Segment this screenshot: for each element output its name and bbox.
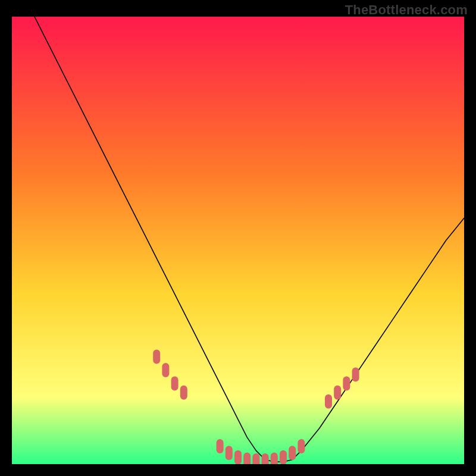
chart-frame: TheBottleneck.com — [0, 0, 476, 476]
highlight-dot — [298, 439, 305, 453]
highlight-dot — [334, 386, 341, 400]
highlight-dot — [343, 377, 350, 391]
plot-svg — [12, 17, 464, 464]
highlight-dot — [280, 450, 287, 464]
highlight-dot — [162, 363, 169, 377]
highlight-dot — [153, 350, 160, 364]
highlight-dot — [271, 453, 278, 465]
gradient-background — [12, 17, 464, 464]
highlight-dot — [217, 439, 224, 453]
highlight-dot — [171, 377, 178, 391]
highlight-dot — [234, 450, 242, 464]
highlight-dot — [325, 394, 332, 409]
watermark: TheBottleneck.com — [345, 2, 468, 18]
highlight-dot — [352, 368, 359, 382]
highlight-dot — [243, 453, 250, 465]
highlight-dot — [180, 386, 187, 400]
highlight-dot — [289, 446, 296, 460]
highlight-dot — [262, 453, 269, 464]
highlight-dot — [226, 446, 233, 460]
highlight-dot — [252, 453, 259, 464]
plot-area — [12, 17, 464, 464]
